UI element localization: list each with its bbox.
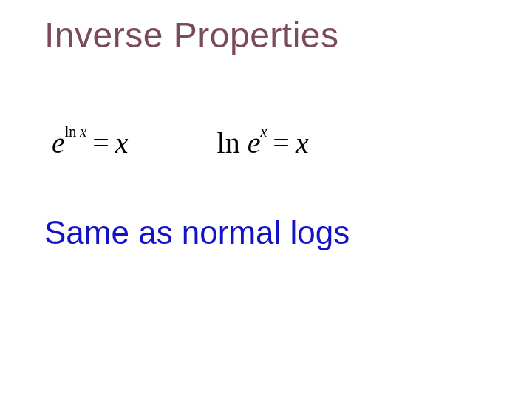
eq1-base: e (52, 126, 65, 160)
slide: Inverse Properties eln x=x ln ex=x Same … (0, 0, 532, 399)
eq2-equals: = (267, 126, 296, 160)
eq2-exp-var: x (260, 123, 267, 140)
subtitle: Same as normal logs (44, 214, 349, 251)
eq2-exponent: x (260, 123, 267, 140)
equation-ln-e-x: ln ex=x (217, 126, 309, 160)
equations-row: eln x=x ln ex=x (52, 126, 480, 160)
slide-title: Inverse Properties (44, 15, 339, 55)
eq1-exp-fn: ln (65, 123, 77, 140)
eq1-equals: = (86, 126, 115, 160)
eq2-base: e (248, 126, 261, 160)
eq1-rhs: x (115, 126, 129, 160)
eq2-fn: ln (217, 126, 240, 160)
equation-e-ln-x: eln x=x (52, 126, 129, 160)
eq1-exp-var: x (80, 123, 86, 140)
eq1-exponent: ln x (65, 123, 86, 140)
eq2-rhs: x (296, 126, 309, 160)
